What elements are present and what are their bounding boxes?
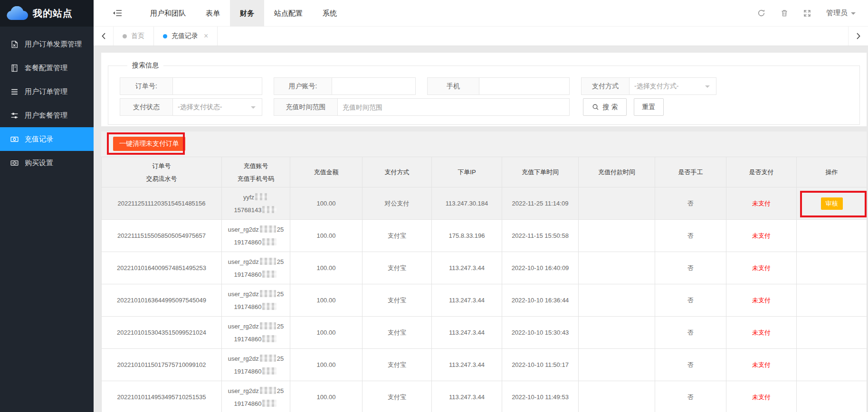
sidebar-item[interactable]: 充值记录 [0, 127, 94, 151]
user-package-icon [10, 111, 19, 120]
field-select[interactable]: -选择支付状态- [173, 98, 262, 116]
cell-is-manual: 否 [655, 317, 726, 349]
tab[interactable]: 首页 [114, 27, 153, 46]
field-input[interactable] [338, 98, 570, 116]
cell-pay-status: 未支付 [726, 381, 797, 412]
sidebar-item[interactable]: 购买设置 [0, 151, 94, 175]
fullscreen-icon[interactable] [803, 9, 811, 17]
field-label: 手机 [427, 77, 479, 95]
cell-pay-time [579, 220, 655, 252]
cell-amount: 100.00 [290, 220, 362, 252]
search-icon [592, 103, 599, 111]
search-row-1-wrap: 支付状态-选择支付状态-充值时间范围 搜 索 重置 [120, 98, 859, 116]
table-row: 20221010115017575710099102user_rg2dz2519… [102, 349, 867, 381]
phone-line: 19174860 [222, 300, 290, 313]
header-line: 充值手机号码 [222, 172, 290, 185]
table-row: 20221010164009574851495253user_rg2dz2519… [102, 252, 867, 284]
field-input[interactable] [173, 77, 262, 95]
refresh-icon[interactable] [757, 9, 765, 17]
tabs-scroll-right-button[interactable] [848, 27, 868, 46]
text-input[interactable] [479, 78, 569, 94]
column-header: 操作 [797, 157, 867, 187]
cell-account: yyfz15768143 [222, 187, 290, 220]
sidebar-menu: 用户订单发票管理套餐配置管理用户订单管理用户套餐管理充值记录购买设置 [0, 27, 94, 175]
account-line: user_rg2dz25 [222, 255, 290, 268]
tab-label: 首页 [131, 32, 144, 40]
phone-line: 19174860 [222, 268, 290, 281]
field-select[interactable]: -选择支付方式- [630, 77, 716, 95]
cell-pay-method: 支付宝 [362, 284, 432, 317]
text-input[interactable] [338, 99, 569, 115]
audit-button[interactable]: 审核 [821, 197, 843, 210]
censor-blur [260, 290, 276, 297]
cell-is-manual: 否 [655, 220, 726, 252]
field-input[interactable] [332, 77, 416, 95]
nav-item[interactable]: 系统 [313, 0, 347, 27]
sidebar-collapse-icon[interactable] [113, 9, 122, 17]
navbar-right: 管理员 [757, 9, 868, 18]
cell-ip: 113.247.30.184 [432, 187, 502, 220]
header-line: 是否手工 [655, 166, 726, 178]
cell-pay-method: 对公支付 [362, 187, 432, 220]
censor-blur [262, 335, 277, 342]
sidebar-item[interactable]: 用户订单管理 [0, 80, 94, 103]
censor-blur [262, 367, 277, 375]
cell-order-time: 2022-10-10 15:30:43 [502, 317, 579, 349]
sidebar-item[interactable]: 套餐配置管理 [0, 56, 94, 80]
censor-blur [255, 193, 267, 200]
header-line: 是否支付 [726, 166, 796, 178]
cell-order-time: 2022-11-25 11:14:09 [502, 187, 579, 220]
nav-item[interactable]: 表单 [196, 0, 230, 27]
records-table: 订单号交易流水号充值账号充值手机号码充值金额支付方式下单IP充值下单时间充值付款… [101, 157, 867, 412]
table-header-row: 订单号交易流水号充值账号充值手机号码充值金额支付方式下单IP充值下单时间充值付款… [102, 157, 867, 187]
cell-ip: 113.247.3.44 [432, 317, 502, 349]
tab-bar: 首页充值记录× [94, 27, 868, 46]
field-input[interactable] [479, 77, 570, 95]
cell-action: 审核 [797, 187, 867, 220]
censor-blur [262, 238, 277, 245]
content: 搜索信息 订单号:用户账号:手机支付方式-选择支付方式- 支付状态-选择支付状态… [94, 46, 868, 412]
search-button[interactable]: 搜 索 [583, 98, 627, 116]
cell-pay-method: 支付宝 [362, 220, 432, 252]
column-header: 下单IP [432, 157, 502, 187]
header-line: 充值付款时间 [579, 166, 655, 178]
column-header: 支付方式 [362, 157, 432, 187]
reset-button[interactable]: 重置 [634, 98, 664, 116]
text-input[interactable] [332, 78, 415, 94]
table-row: 20221115155058505054975657user_rg2dz2519… [102, 220, 867, 252]
cell-pay-time [579, 317, 655, 349]
nav-item[interactable]: 站点配置 [264, 0, 313, 27]
tab-close-icon[interactable]: × [204, 32, 208, 40]
search-button-label: 搜 索 [603, 103, 618, 112]
admin-menu[interactable]: 管理员 [826, 9, 856, 18]
cell-order-time: 2022-10-10 11:50:17 [502, 349, 579, 381]
cell-pay-method: 支付宝 [362, 252, 432, 284]
censor-blur [260, 258, 276, 265]
cell-pay-status: 未支付 [726, 317, 797, 349]
cell-pay-method: 支付宝 [362, 381, 432, 412]
cell-order-time: 2022-10-10 11:49:53 [502, 381, 579, 412]
tab[interactable]: 充值记录× [153, 27, 218, 46]
cell-pay-time [579, 187, 655, 220]
cloud-logo-icon [6, 6, 28, 20]
order-list-icon [10, 87, 19, 96]
account-line: user_rg2dz25 [222, 320, 290, 333]
search-field-group: 订单号: [120, 77, 262, 95]
cell-pay-time [579, 349, 655, 381]
cell-order-time: 2022-10-10 16:40:09 [502, 252, 579, 284]
field-label: 支付状态 [120, 98, 173, 116]
text-input[interactable] [173, 78, 262, 94]
nav-item[interactable]: 财务 [230, 0, 264, 27]
clear-unpaid-orders-button[interactable]: 一键清理未支付订单 [113, 137, 185, 151]
sidebar-item[interactable]: 用户订单发票管理 [0, 32, 94, 56]
cell-action [797, 381, 867, 412]
chevron-down-icon [251, 106, 256, 111]
admin-label: 管理员 [826, 9, 848, 18]
nav-item[interactable]: 用户和团队 [140, 0, 196, 27]
sidebar-item-label: 用户订单管理 [25, 87, 67, 96]
search-row-0: 订单号:用户账号:手机支付方式-选择支付方式- [120, 77, 859, 95]
sidebar-item[interactable]: 用户套餐管理 [0, 103, 94, 127]
header-line: 充值账号 [222, 159, 290, 172]
trash-icon[interactable] [781, 9, 788, 17]
tabs-scroll-left-button[interactable] [94, 27, 114, 46]
